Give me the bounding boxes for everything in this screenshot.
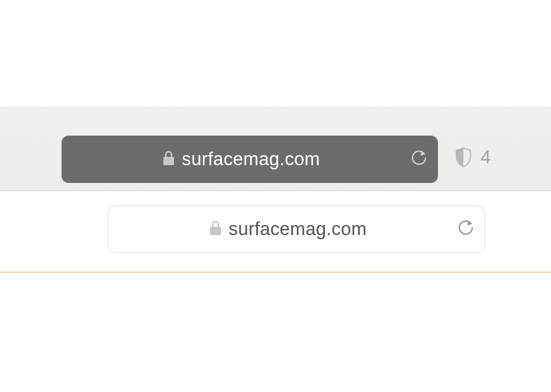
reload-icon[interactable] [411,149,427,169]
reload-icon[interactable] [457,219,474,239]
address-bar-content: surfacemag.com [119,219,457,240]
address-bar-dark[interactable]: surfacemag.com [62,136,438,183]
lock-icon [210,220,221,238]
lock-icon [163,150,175,168]
address-url: surfacemag.com [228,219,366,240]
privacy-count: 4 [481,147,491,168]
address-bar-content: surfacemag.com [72,149,411,170]
privacy-report[interactable]: 4 [455,147,491,168]
divider-line [0,272,551,272]
address-url: surfacemag.com [182,149,320,170]
address-bar-light[interactable]: surfacemag.com [108,205,485,253]
shield-icon [455,147,472,168]
